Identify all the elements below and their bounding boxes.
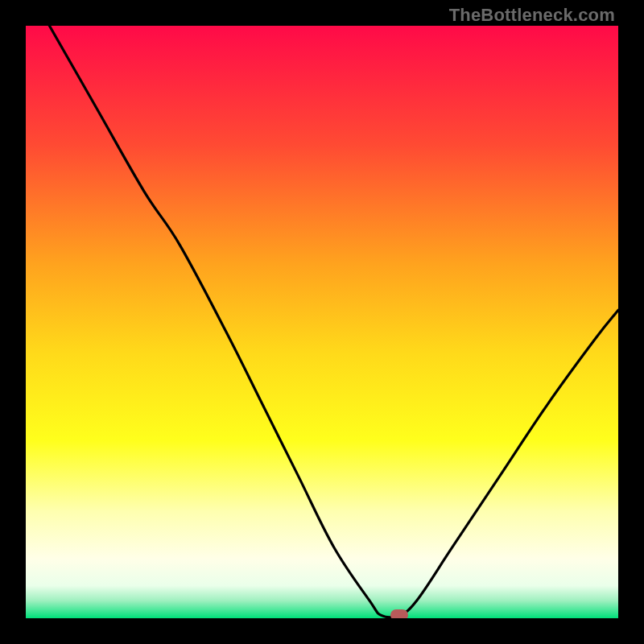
bottleneck-chart: TheBottleneck.com: [0, 0, 644, 644]
plot-area: [26, 26, 618, 618]
bottleneck-curve: [49, 26, 618, 617]
watermark-text: TheBottleneck.com: [449, 5, 615, 26]
minimum-marker: [390, 609, 408, 618]
curve-layer: [26, 26, 618, 618]
